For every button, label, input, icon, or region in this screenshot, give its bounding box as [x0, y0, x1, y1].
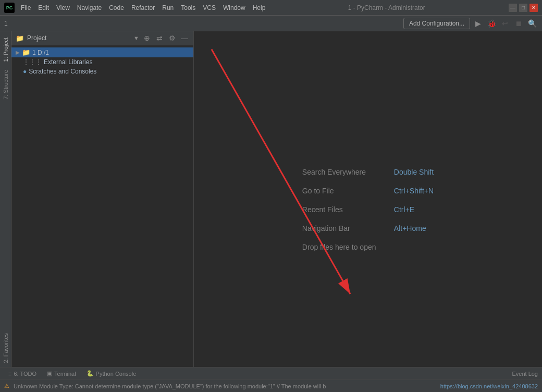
menu-vcs[interactable]: VCS — [200, 3, 219, 13]
main-area: 1: Project 7: Structure 2: Favorites 📁 P… — [0, 31, 542, 367]
project-panel-title: Project — [27, 34, 130, 42]
hint-navigation-bar: Navigation Bar Alt+Home — [302, 224, 434, 232]
todo-icon: ≡ — [8, 371, 11, 377]
tab-python-console[interactable]: 🐍 Python Console — [82, 369, 141, 378]
menu-file[interactable]: File — [18, 3, 34, 13]
window-title: 1 - PyCharm - Administrator — [268, 4, 504, 11]
tab-todo-label: 6: TODO — [14, 371, 36, 377]
event-log-label[interactable]: Event Log — [512, 371, 538, 377]
menu-code[interactable]: Code — [106, 3, 127, 13]
hint-key: Alt+Home — [394, 224, 426, 232]
tab-todo[interactable]: ≡ 6: TODO — [4, 370, 41, 378]
title-bar: PC File Edit View Navigate Code Refactor… — [0, 0, 542, 16]
tab-python-label: Python Console — [96, 371, 137, 377]
hint-label: Go to File — [302, 187, 386, 195]
hint-key: Ctrl+E — [394, 205, 414, 214]
tree-item-label: Scratches and Consoles — [29, 68, 96, 75]
sidebar-tab-favorites[interactable]: 2: Favorites — [1, 329, 11, 367]
menu-bar: File Edit View Navigate Code Refactor Ru… — [18, 3, 268, 13]
editor-hints: Search Everywhere Double Shift Go to Fil… — [302, 168, 434, 251]
status-text: Unknown Module Type: Cannot determine mo… — [14, 383, 438, 389]
menu-help[interactable]: Help — [250, 3, 269, 13]
drop-files-hint: Drop files here to open — [302, 243, 434, 251]
menu-navigate[interactable]: Navigate — [74, 3, 105, 13]
editor-area: Search Everywhere Double Shift Go to Fil… — [194, 31, 542, 367]
app-logo: PC — [4, 3, 15, 13]
menu-run[interactable]: Run — [159, 3, 177, 13]
tree-item-external-libs[interactable]: ⋮⋮⋮ External Libraries — [11, 57, 193, 67]
tree-scratch-icon: ● — [23, 68, 27, 75]
status-url[interactable]: https://blog.csdn.net/weixin_42408632 — [440, 383, 538, 389]
stop-button[interactable]: ⏹ — [513, 18, 524, 29]
hint-recent-files: Recent Files Ctrl+E — [302, 205, 434, 214]
minimize-button[interactable]: — — [509, 4, 517, 12]
project-settings-icon[interactable]: ⚙ — [167, 33, 177, 43]
hint-search-everywhere: Search Everywhere Double Shift — [302, 168, 434, 176]
project-folder-icon: 📁 — [16, 34, 24, 42]
status-warning-icon: ⚠ — [4, 383, 9, 389]
menu-view[interactable]: View — [53, 3, 73, 13]
close-button[interactable]: ✕ — [529, 4, 538, 12]
project-dropdown-icon: ▼ — [133, 35, 139, 41]
terminal-icon: ▣ — [47, 370, 52, 377]
python-icon: 🐍 — [87, 370, 94, 377]
window-controls: — □ ✕ — [509, 4, 538, 12]
project-panel: 📁 Project ▼ ⊕ ⇄ ⚙ — ▶ 📁 1 D:/1 ⋮⋮⋮ Exter… — [11, 31, 194, 367]
menu-edit[interactable]: Edit — [35, 3, 52, 13]
tree-arrow-icon: ▶ — [16, 50, 20, 55]
maximize-button[interactable]: □ — [519, 4, 527, 12]
menu-window[interactable]: Window — [220, 3, 249, 13]
menu-tools[interactable]: Tools — [178, 3, 199, 13]
tab-terminal-label: Terminal — [54, 371, 76, 377]
run-button[interactable]: ▶ — [472, 18, 484, 29]
hint-label: Recent Files — [302, 205, 386, 214]
coverage-button[interactable]: ↩ — [499, 18, 511, 29]
project-sync-icon[interactable]: ⊕ — [142, 33, 152, 43]
toolbar-project-num: 1 — [4, 20, 8, 27]
toolbar: 1 Add Configuration... ▶ 🐞 ↩ ⏹ 🔍 — [0, 16, 542, 31]
search-everywhere-icon[interactable]: 🔍 — [526, 18, 538, 29]
tree-item-label: External Libraries — [44, 58, 92, 66]
sidebar-tab-project[interactable]: 1: Project — [1, 33, 11, 66]
bottom-tabs: ≡ 6: TODO ▣ Terminal 🐍 Python Console Ev… — [0, 367, 542, 379]
hint-key: Ctrl+Shift+N — [394, 187, 434, 195]
debug-button[interactable]: 🐞 — [486, 18, 497, 29]
menu-refactor[interactable]: Refactor — [128, 3, 158, 13]
tree-folder-icon: 📁 — [22, 48, 30, 56]
tree-item-root[interactable]: ▶ 📁 1 D:/1 — [11, 47, 193, 57]
sidebar-tab-structure[interactable]: 7: Structure — [1, 66, 11, 104]
add-configuration-button[interactable]: Add Configuration... — [403, 18, 470, 29]
hint-key: Double Shift — [394, 168, 434, 176]
project-panel-header: 📁 Project ▼ ⊕ ⇄ ⚙ — — [11, 31, 193, 45]
left-sidebar-tabs: 1: Project 7: Structure 2: Favorites — [0, 31, 11, 367]
tree-lib-icon: ⋮⋮⋮ — [23, 58, 42, 66]
project-collapse-icon[interactable]: ⇄ — [155, 33, 164, 43]
tree-item-scratches[interactable]: ● Scratches and Consoles — [11, 67, 193, 76]
status-bar: ⚠ Unknown Module Type: Cannot determine … — [0, 379, 542, 392]
tab-terminal[interactable]: ▣ Terminal — [43, 369, 80, 378]
hint-goto-file: Go to File Ctrl+Shift+N — [302, 187, 434, 195]
tree-item-label: 1 D:/1 — [32, 49, 49, 56]
project-tree: ▶ 📁 1 D:/1 ⋮⋮⋮ External Libraries ● Scra… — [11, 45, 193, 367]
hint-label: Search Everywhere — [302, 168, 386, 176]
hint-label: Navigation Bar — [302, 224, 386, 232]
project-hide-icon[interactable]: — — [180, 33, 189, 43]
